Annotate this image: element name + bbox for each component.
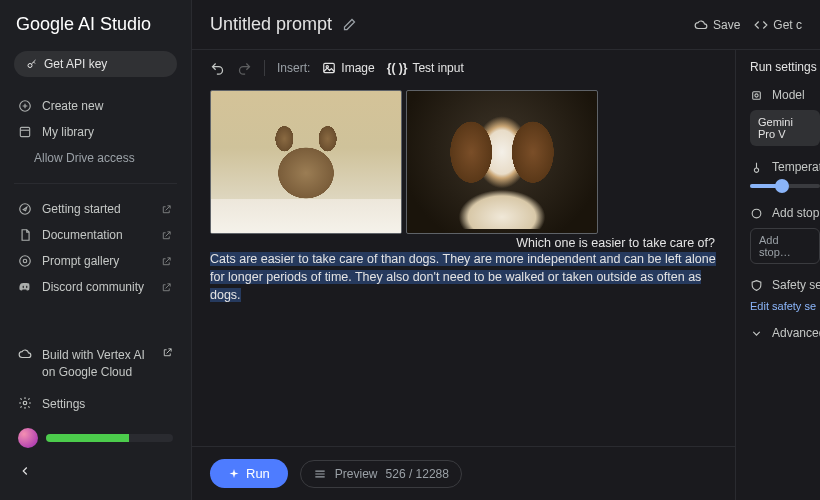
app-logo: Google AI Studio [0,14,191,51]
cloud-save-icon [694,18,708,32]
external-icon [159,228,173,242]
sidebar-item-create-new[interactable]: Create new [0,93,191,119]
sidebar-item-my-library[interactable]: My library [0,119,191,145]
usage-bar [46,434,173,442]
code-icon [754,18,768,32]
runbar: Run Preview 526 / 12288 [192,446,735,500]
plus-circle-icon [18,99,32,113]
external-icon [159,254,173,268]
redo-button[interactable] [237,61,252,76]
gear-icon [18,396,32,410]
sidebar-item-settings[interactable]: Settings [0,388,191,420]
edit-title-icon[interactable] [342,17,357,32]
toolbar: Insert: Image {( )}Test input [192,50,735,86]
save-button[interactable]: Save [694,18,740,32]
uploaded-image-dog[interactable] [406,90,598,234]
settings-title: Run settings [750,60,820,74]
svg-point-11 [752,209,761,218]
sidebar-item-vertex[interactable]: Build with Vertex AI on Google Cloud [0,339,191,387]
compass-icon [18,202,32,216]
doc-icon [18,228,32,242]
token-count: 526 / 12288 [386,467,449,481]
usage-indicator [0,420,191,456]
image-icon [322,61,336,75]
chevron-down-icon [750,327,764,340]
model-icon [750,89,764,102]
svg-point-6 [23,401,27,405]
key-icon [26,58,38,70]
thermometer-icon [750,161,764,174]
collapse-sidebar-button[interactable] [0,456,191,486]
sidebar-item-getting-started[interactable]: Getting started [0,196,191,222]
svg-point-4 [23,259,27,263]
temperature-slider[interactable] [750,184,820,188]
titlebar: Untitled prompt Save Get c [192,0,820,50]
insert-test-input-button[interactable]: {( )}Test input [387,61,464,75]
model-select[interactable]: Gemini Pro V [750,110,820,146]
user-prompt-text[interactable]: Which one is easier to take care of? [210,236,717,250]
insert-image-button[interactable]: Image [322,61,374,75]
cloud-icon [18,347,32,361]
undo-button[interactable] [210,61,225,76]
list-icon [313,467,327,481]
api-key-label: Get API key [44,57,107,71]
svg-rect-7 [324,63,335,72]
uploaded-image-cat[interactable] [210,90,402,234]
model-response-text[interactable]: Cats are easier to take care of than dog… [210,250,717,304]
external-icon [159,202,173,216]
sidebar-item-drive-access[interactable]: Allow Drive access [0,145,191,171]
edit-safety-link[interactable]: Edit safety se [750,300,820,312]
library-icon [18,125,32,139]
sidebar: Google AI Studio Get API key Create new … [0,0,192,500]
sidebar-item-discord[interactable]: Discord community [0,274,191,300]
insert-label: Insert: [277,61,310,75]
svg-rect-2 [20,127,29,136]
divider [14,183,177,184]
sidebar-item-documentation[interactable]: Documentation [0,222,191,248]
run-button[interactable]: Run [210,459,288,488]
editor-area[interactable]: Which one is easier to take care of? Cat… [192,86,735,446]
stop-sequence-input[interactable]: Add stop… [750,228,820,264]
svg-rect-9 [753,91,761,99]
main: Untitled prompt Save Get c Insert: Image… [192,0,820,500]
circle-icon [750,207,764,220]
prompt-title: Untitled prompt [210,14,332,35]
discord-icon [18,280,32,294]
external-icon [162,347,173,358]
svg-point-10 [755,93,758,96]
get-api-key-button[interactable]: Get API key [14,51,177,77]
get-code-button[interactable]: Get c [754,18,802,32]
avatar[interactable] [18,428,38,448]
gallery-icon [18,254,32,268]
run-settings-panel: Run settings Model Gemini Pro V Temperat… [735,50,820,500]
braces-icon: {( )} [387,61,408,75]
sidebar-item-prompt-gallery[interactable]: Prompt gallery [0,248,191,274]
external-icon [159,280,173,294]
svg-point-5 [20,256,31,267]
advanced-settings-toggle[interactable]: Advanced set [750,326,820,340]
svg-point-0 [28,64,32,68]
shield-icon [750,279,764,292]
preview-toggle[interactable]: Preview 526 / 12288 [300,460,462,488]
spark-icon [228,468,240,480]
